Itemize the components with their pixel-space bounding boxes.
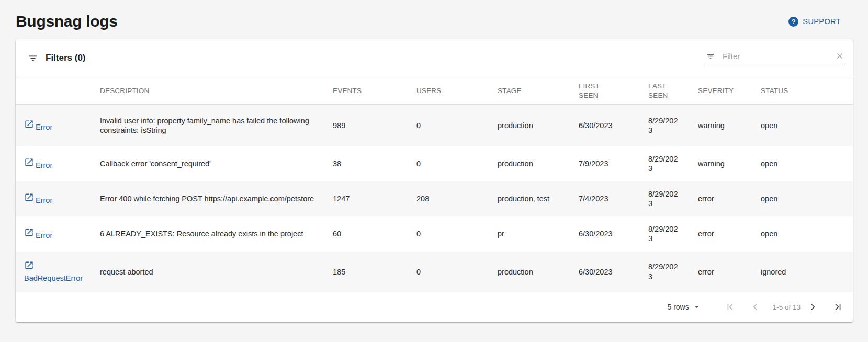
cell-first-seen: 6/30/2023 (570, 216, 640, 252)
cell-users: 0 (408, 105, 489, 146)
table-row: BadRequestError request aborted 185 0 pr… (16, 252, 853, 292)
col-header-status: STATUS (752, 77, 853, 105)
cell-description: Invalid user info: property family_name … (92, 105, 324, 146)
error-link[interactable]: Error (24, 123, 52, 131)
cell-stage: production (489, 146, 570, 181)
filter-list-icon (27, 52, 39, 64)
page-range-label: 1-5 of 13 (773, 303, 801, 311)
page-title: Bugsnag logs (16, 12, 118, 31)
table-row: Error Error 400 while fetching POST http… (16, 181, 853, 216)
cell-stage: production, test (489, 181, 570, 216)
cell-severity: error (690, 216, 752, 252)
error-link[interactable]: BadRequestError (24, 265, 83, 282)
cell-first-seen: 7/9/2023 (570, 146, 640, 181)
filters-label: Filters (0) (46, 53, 86, 63)
cell-link: Error (16, 181, 92, 216)
cell-first-seen: 6/30/2023 (570, 252, 640, 292)
cell-status: open (752, 181, 853, 216)
cell-link: Error (16, 146, 92, 181)
col-header-stage: STAGE (489, 77, 570, 105)
error-link[interactable]: Error (24, 161, 52, 169)
col-header-description: DESCRIPTION (92, 77, 324, 105)
cell-description: request aborted (92, 252, 324, 292)
cell-stage: production (489, 105, 570, 146)
open-in-new-icon (24, 119, 34, 131)
rows-per-page-label: 5 rows (667, 303, 689, 311)
filter-input[interactable] (722, 51, 828, 61)
cell-users: 208 (408, 181, 489, 216)
open-in-new-icon (24, 260, 34, 272)
col-header-last-seen: LAST SEEN (640, 77, 690, 105)
error-link-label: Error (36, 123, 52, 131)
last-page-button[interactable] (831, 300, 844, 314)
col-header-link (16, 77, 92, 105)
cell-severity: error (690, 181, 752, 216)
arrow-drop-down-icon (692, 302, 702, 312)
next-page-button[interactable] (806, 300, 819, 314)
cell-stage: production (489, 252, 570, 292)
first-page-button[interactable] (724, 300, 737, 314)
col-header-users: USERS (408, 77, 489, 105)
cell-severity: warning (690, 146, 752, 181)
cell-link: BadRequestError (16, 252, 92, 292)
open-in-new-icon (24, 227, 34, 240)
error-link[interactable]: Error (24, 231, 52, 240)
cell-link: Error (16, 216, 92, 252)
filter-funnel-icon (706, 51, 715, 61)
support-label: SUPPORT (803, 17, 841, 26)
cell-status: open (752, 105, 853, 146)
cell-first-seen: 6/30/2023 (570, 105, 640, 146)
table-row: Error Callback error 'consent_required' … (16, 146, 853, 181)
cell-users: 0 (408, 146, 489, 181)
cell-status: open (752, 216, 853, 252)
cell-events: 38 (324, 146, 408, 181)
error-link-label: BadRequestError (24, 274, 83, 282)
error-link-label: Error (36, 161, 52, 169)
rows-per-page-select[interactable]: 5 rows (664, 302, 704, 312)
topbar: Bugsnag logs ? SUPPORT (0, 0, 868, 31)
cell-first-seen: 7/4/2023 (570, 181, 640, 216)
cell-last-seen: 8/29/2023 (640, 146, 690, 181)
table-row: Error 6 ALREADY_EXISTS: Resource already… (16, 216, 853, 252)
col-header-first-seen: FIRST SEEN (570, 77, 640, 105)
cell-status: open (752, 146, 853, 181)
cell-status: ignored (752, 252, 853, 292)
previous-page-button[interactable] (749, 300, 762, 314)
cell-last-seen: 8/29/2023 (640, 216, 690, 252)
col-header-events: EVENTS (324, 77, 408, 105)
error-link-label: Error (36, 231, 52, 240)
error-link[interactable]: Error (24, 196, 52, 204)
cell-description: 6 ALREADY_EXISTS: Resource already exist… (92, 216, 324, 252)
cell-description: Callback error 'consent_required' (92, 146, 324, 181)
support-button[interactable]: ? SUPPORT (785, 16, 844, 27)
cell-severity: error (690, 252, 752, 292)
open-in-new-icon (24, 157, 34, 169)
cell-description: Error 400 while fetching POST https://ap… (92, 181, 324, 216)
error-link-label: Error (36, 196, 52, 204)
cell-events: 185 (324, 252, 408, 292)
cell-link: Error (16, 105, 92, 146)
table-row: Error Invalid user info: property family… (16, 105, 853, 146)
col-header-severity: SEVERITY (690, 77, 752, 105)
open-in-new-icon (24, 192, 34, 204)
cell-last-seen: 8/29/2023 (640, 252, 690, 292)
logs-card: Filters (0) DESCRIPTION EVENTS USERS STA… (16, 39, 853, 322)
filter-bar: Filters (0) (16, 39, 853, 77)
header-row: DESCRIPTION EVENTS USERS STAGE FIRST SEE… (16, 77, 853, 105)
help-icon: ? (788, 17, 798, 27)
filter-input-container (706, 51, 845, 65)
cell-users: 0 (408, 252, 489, 292)
cell-severity: warning (690, 105, 752, 146)
cell-users: 0 (408, 216, 489, 252)
logs-table: DESCRIPTION EVENTS USERS STAGE FIRST SEE… (16, 77, 853, 292)
cell-events: 60 (324, 216, 408, 252)
pagination-bar: 5 rows 1-5 of 13 (16, 292, 853, 322)
cell-last-seen: 8/29/2023 (640, 105, 690, 146)
clear-filter-icon[interactable] (835, 51, 845, 61)
cell-events: 989 (324, 105, 408, 146)
cell-events: 1247 (324, 181, 408, 216)
cell-stage: pr (489, 216, 570, 252)
cell-last-seen: 8/29/2023 (640, 181, 690, 216)
filters-button[interactable]: Filters (0) (24, 52, 89, 64)
